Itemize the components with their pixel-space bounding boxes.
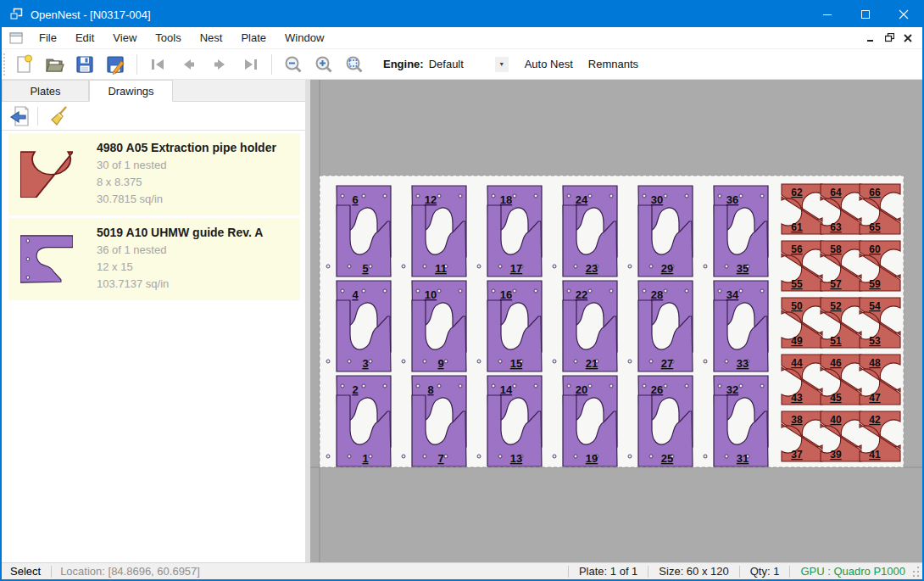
svg-text:17: 17 [510, 262, 522, 275]
svg-text:8: 8 [427, 383, 433, 396]
part-thumbnail-red [20, 151, 75, 198]
close-button[interactable] [884, 2, 922, 27]
zoom-out-icon [283, 54, 303, 75]
svg-text:42: 42 [869, 414, 881, 426]
svg-text:9: 9 [437, 357, 443, 370]
menu-bar: File Edit View Tools Nest Plate Window [2, 27, 922, 49]
menu-view[interactable]: View [103, 27, 146, 49]
nav-last-button[interactable] [237, 52, 263, 77]
mdi-close-button[interactable] [900, 31, 916, 45]
app-icon [8, 7, 24, 22]
minimize-icon [822, 9, 832, 20]
svg-text:28: 28 [651, 288, 663, 301]
menu-file[interactable]: File [30, 27, 66, 49]
svg-text:55: 55 [791, 278, 803, 290]
remnants-button[interactable]: Remnants [581, 52, 646, 77]
svg-text:41: 41 [869, 449, 881, 461]
part-thumbnail-purple [20, 235, 75, 283]
menu-plate[interactable]: Plate [231, 27, 276, 49]
engine-select[interactable]: Default [429, 58, 495, 70]
nav-prev-button[interactable] [176, 52, 202, 77]
svg-text:56: 56 [791, 243, 803, 255]
auto-nest-button[interactable]: Auto Nest [517, 52, 581, 77]
svg-text:25: 25 [661, 452, 673, 465]
close-icon [899, 9, 909, 20]
svg-text:34: 34 [726, 288, 739, 301]
menu-tools[interactable]: Tools [146, 27, 190, 49]
svg-text:63: 63 [830, 221, 842, 233]
svg-text:15: 15 [510, 357, 522, 370]
cursor-location: Location: [84.8696, 60.6957] [52, 565, 209, 578]
mdi-minimize-button[interactable] [863, 31, 878, 45]
svg-text:26: 26 [651, 383, 663, 396]
zoom-out-button[interactable] [281, 52, 306, 77]
minimize-button[interactable] [808, 2, 846, 27]
menu-window[interactable]: Window [276, 27, 333, 49]
toolbar-grip[interactable] [3, 53, 8, 75]
mode-indicator: Select [2, 565, 51, 578]
svg-text:32: 32 [726, 383, 738, 396]
maximize-icon [860, 9, 871, 20]
resize-grip[interactable] [910, 565, 921, 578]
mdi-restore-button[interactable] [882, 31, 897, 45]
svg-text:10: 10 [425, 288, 437, 301]
menu-edit[interactable]: Edit [66, 27, 103, 49]
list-item-uhmw-guide[interactable]: 5019 A10 UHMW guide Rev. A 36 of 1 neste… [8, 218, 300, 300]
svg-text:24: 24 [576, 193, 588, 206]
zoom-in-button[interactable] [311, 52, 337, 77]
svg-text:22: 22 [576, 288, 587, 301]
nest-layout[interactable]: 6512111817242330293635431091615222128273… [310, 80, 922, 562]
svg-text:57: 57 [830, 278, 842, 290]
svg-text:7: 7 [437, 452, 443, 465]
open-file-button[interactable] [42, 52, 67, 77]
zoom-fit-button[interactable] [342, 52, 367, 77]
blue-arrow-document-icon [8, 105, 31, 127]
svg-text:43: 43 [791, 392, 803, 404]
plate-count: Plate: 1 of 1 [569, 565, 648, 578]
tab-plates[interactable]: Plates [2, 80, 89, 101]
svg-text:16: 16 [500, 288, 512, 301]
broom-icon [48, 105, 70, 127]
save-as-icon [105, 54, 125, 75]
svg-text:5: 5 [362, 262, 368, 275]
svg-text:36: 36 [726, 193, 738, 206]
nav-next-icon [209, 54, 230, 75]
main-toolbar: Engine: Default ▼ Auto Nest Remnants [2, 49, 922, 80]
svg-text:62: 62 [791, 187, 803, 198]
svg-text:66: 66 [869, 187, 881, 198]
svg-text:35: 35 [737, 262, 749, 275]
svg-text:11: 11 [435, 262, 447, 275]
part-nested-count: 30 of 1 nested [97, 157, 276, 174]
zoom-fit-icon [344, 54, 365, 75]
gpu-indicator: GPU : Quadro P1000 [790, 565, 910, 578]
main-area: Plates Drawings [2, 80, 922, 562]
nav-next-button[interactable] [207, 52, 232, 77]
svg-text:51: 51 [830, 335, 842, 347]
part-area: 103.7137 sq/in [97, 276, 263, 293]
nest-canvas[interactable]: 6512111817242330293635431091615222128273… [310, 80, 922, 562]
save-button[interactable] [72, 52, 97, 77]
new-file-button[interactable] [11, 52, 36, 77]
engine-dropdown-arrow-icon[interactable]: ▼ [495, 57, 509, 72]
svg-text:19: 19 [586, 452, 598, 465]
status-bar: Select Location: [84.8696, 60.6957] Plat… [2, 562, 922, 579]
svg-text:48: 48 [869, 357, 881, 369]
title-bar: OpenNest - [N0317-004] [2, 2, 922, 27]
mdi-window-controls [863, 31, 922, 45]
svg-text:46: 46 [830, 357, 842, 369]
drawings-list: 4980 A05 Extraction pipe holder 30 of 1 … [2, 131, 305, 562]
svg-text:18: 18 [500, 193, 512, 206]
tab-strip: Plates Drawings [2, 80, 305, 102]
tab-drawings[interactable]: Drawings [89, 80, 173, 102]
save-as-button[interactable] [103, 52, 128, 77]
maximize-button[interactable] [846, 2, 884, 27]
clear-drawings-button[interactable] [47, 104, 72, 128]
menu-nest[interactable]: Nest [191, 27, 232, 49]
send-back-button[interactable] [7, 104, 32, 128]
zoom-in-icon [314, 54, 334, 75]
mdi-document-icon [9, 32, 23, 44]
list-item-extraction-pipe-holder[interactable]: 4980 A05 Extraction pipe holder 30 of 1 … [8, 133, 300, 215]
svg-text:52: 52 [830, 300, 842, 312]
svg-text:50: 50 [791, 300, 803, 312]
nav-first-button[interactable] [146, 52, 171, 77]
